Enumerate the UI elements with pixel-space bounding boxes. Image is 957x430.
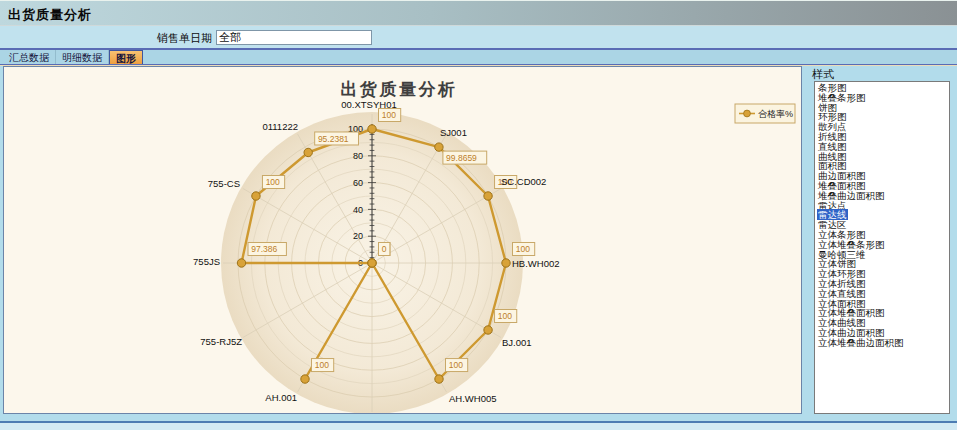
svg-text:BJ.001: BJ.001 [502,337,532,348]
tab-detail-data[interactable]: 明细数据 [56,50,109,64]
svg-text:60: 60 [353,178,363,188]
svg-text:100: 100 [498,311,512,321]
tab-bar: 汇总数据 明细数据 图形 [0,50,957,65]
filter-bar: 销售单日期 [0,26,957,48]
chart-panel: 02040608010010099.8659100100100100010009… [3,66,802,414]
svg-text:AH.001: AH.001 [265,392,297,403]
svg-text:合格率%: 合格率% [758,109,793,119]
radar-chart: 02040608010010099.8659100100100100010009… [4,67,801,413]
sales-date-label: 销售单日期 [150,31,212,46]
svg-text:AH.RH.001: AH.RH.001 [348,411,396,413]
svg-text:97.386: 97.386 [251,244,277,254]
svg-text:SJ001: SJ001 [440,127,467,138]
window-titlebar: 出货质量分析 [0,0,957,26]
svg-text:100: 100 [266,177,280,187]
style-listbox[interactable]: 条形图堆叠条形图饼图环形图散列点折线图直线图曲线图面积图曲边面积图堆叠面积图堆叠… [814,81,950,414]
svg-text:95.2381: 95.2381 [318,134,349,144]
svg-text:99.8659: 99.8659 [446,153,477,163]
bottom-strip [0,423,957,430]
svg-text:40: 40 [353,205,363,215]
svg-text:HB.WH002: HB.WH002 [512,258,560,269]
tab-graph[interactable]: 图形 [109,50,143,64]
svg-text:100: 100 [382,110,396,120]
svg-text:755-RJ5Z: 755-RJ5Z [200,336,242,347]
svg-text:0: 0 [382,244,387,254]
sales-date-input[interactable] [216,30,372,45]
content-area: 02040608010010099.8659100100100100010009… [0,66,957,421]
tab-summary-data[interactable]: 汇总数据 [3,50,56,64]
svg-text:755JS: 755JS [193,256,220,267]
svg-text:100: 100 [516,244,530,254]
svg-text:AH.WH005: AH.WH005 [449,393,497,404]
svg-text:SC.CD002: SC.CD002 [501,176,546,187]
svg-text:100: 100 [449,360,463,370]
style-panel-title: 样式 [812,67,834,82]
svg-text:755-CS: 755-CS [208,178,240,189]
svg-text:0111222: 0111222 [262,121,298,132]
page-title: 出货质量分析 [8,6,92,24]
svg-text:100: 100 [315,360,329,370]
style-option[interactable]: 立体堆叠曲边面积图 [817,338,949,348]
svg-text:20: 20 [353,231,363,241]
svg-text:80: 80 [353,151,363,161]
svg-text:出货质量分析: 出货质量分析 [341,80,458,99]
svg-text:00.XTSYH01: 00.XTSYH01 [341,99,396,110]
